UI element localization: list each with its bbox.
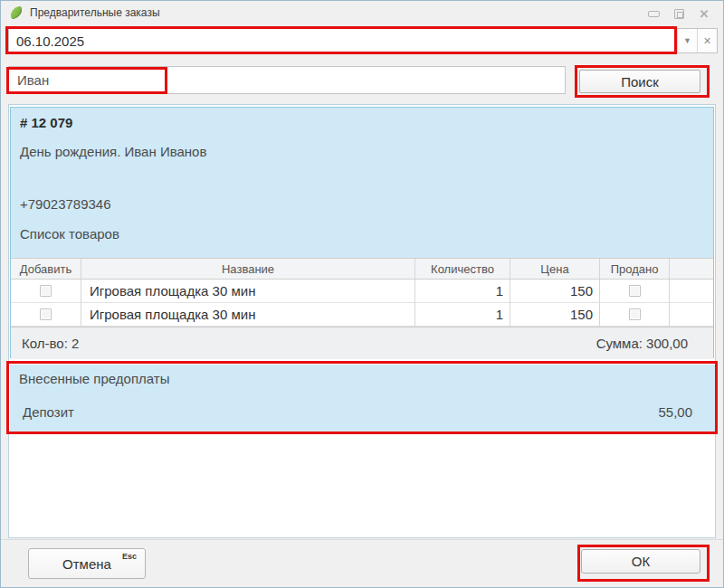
order-title: День рождения. Иван Иванов — [20, 144, 206, 159]
footer-sum: Сумма: 300,00 — [596, 336, 688, 351]
order-phone: +79023789346 — [20, 196, 111, 212]
order-number: # 12 079 — [20, 115, 72, 130]
table-footer: Кол-во: 2 Сумма: 300,00 — [11, 327, 713, 359]
date-input[interactable] — [9, 29, 675, 52]
date-picker: ▼ × — [8, 28, 718, 53]
table-row[interactable]: Игровая площадка 30 мин 1 150 — [11, 303, 713, 327]
column-header-empty — [670, 259, 713, 279]
ok-button[interactable]: ОК — [581, 549, 700, 574]
cancel-button[interactable]: Отмена Esc — [28, 548, 146, 579]
order-card[interactable]: # 12 079 День рождения. Иван Иванов +790… — [10, 107, 714, 358]
add-checkbox[interactable] — [40, 308, 52, 320]
prepayment-name: Депозит — [23, 404, 74, 420]
sold-checkbox[interactable] — [629, 285, 641, 297]
cancel-label: Отмена — [62, 556, 111, 572]
orders-list: # 12 079 День рождения. Иван Иванов +790… — [8, 104, 716, 538]
product-name: Игровая площадка 30 мин — [81, 280, 415, 302]
table-row[interactable]: Игровая площадка 30 мин 1 150 — [11, 280, 713, 303]
footer-count: Кол-во: 2 — [22, 336, 79, 351]
bottom-bar: Отмена Esc ОК — [1, 539, 723, 587]
preorders-window: Предварительные заказы ✕ ▼ × Поиск # 12 … — [0, 0, 724, 588]
column-header-qty: Количество — [415, 259, 510, 279]
products-table: Добавить Название Количество Цена Продан… — [11, 258, 713, 327]
maximize-icon — [674, 9, 684, 19]
search-button[interactable]: Поиск — [579, 70, 700, 93]
product-price: 150 — [510, 280, 600, 302]
prepayments-section: Внесенные предоплаты Депозит 55,00 — [10, 365, 716, 432]
sold-checkbox[interactable] — [629, 308, 641, 320]
search-input[interactable] — [8, 66, 566, 94]
column-header-price: Цена — [510, 259, 600, 279]
close-button[interactable]: ✕ — [694, 6, 714, 21]
minimize-icon — [648, 11, 660, 17]
add-checkbox[interactable] — [40, 285, 52, 297]
window-title: Предварительные заказы — [30, 6, 160, 19]
date-clear-icon[interactable]: × — [697, 29, 717, 52]
minimize-button[interactable] — [643, 6, 663, 21]
maximize-button[interactable] — [669, 6, 689, 21]
column-header-name: Название — [81, 259, 415, 279]
product-qty: 1 — [415, 303, 510, 326]
prepayments-title: Внесенные предоплаты — [19, 371, 169, 386]
table-header-row: Добавить Название Количество Цена Продан… — [11, 258, 713, 280]
product-name: Игровая площадка 30 мин — [81, 303, 415, 326]
column-header-add: Добавить — [11, 259, 81, 279]
product-price: 150 — [510, 303, 600, 326]
column-header-sold: Продано — [600, 259, 670, 279]
chevron-down-icon[interactable]: ▼ — [677, 29, 697, 52]
app-leaf-icon — [9, 5, 24, 19]
order-items-label: Список товаров — [20, 226, 119, 242]
product-qty: 1 — [415, 280, 510, 302]
prepayment-row[interactable]: Депозит 55,00 — [10, 401, 716, 424]
titlebar: Предварительные заказы ✕ — [1, 1, 723, 24]
cancel-hotkey: Esc — [122, 552, 137, 561]
prepayment-amount: 55,00 — [658, 404, 692, 420]
